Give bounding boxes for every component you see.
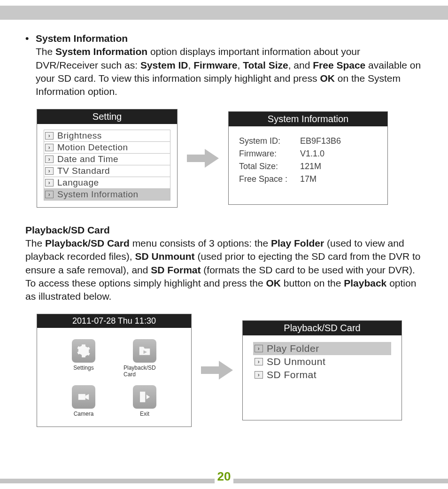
chevron-right-icon: › [255,345,263,352]
chevron-right-icon: › [45,167,54,175]
menu-item-sd-format[interactable]: › SD Format [253,368,391,381]
figure-row-settings-to-sysinfo: Setting › Brightness › Motion Detection … [37,109,411,208]
info-row-total-size: Total Size: 121M [239,160,377,173]
info-label: Free Space : [239,174,300,184]
camera-icon [72,385,95,409]
menu-header: System Information [229,112,387,126]
text: button on the [281,278,344,288]
menu-item-motion-detection[interactable]: › Motion Detection [44,142,170,154]
text-bold: OK [320,73,335,84]
text-bold: Firmware [193,60,237,70]
chevron-right-icon: › [45,155,54,163]
info-row-system-id: System ID: EB9F13B6 [239,135,377,147]
playback-sdcard-menu: Playback/SD Card › Play Folder › SD Unmo… [242,320,402,420]
text-bold: Play Folder [271,238,324,248]
menu-item-label: SD Format [267,369,317,380]
menu-header: Playback/SD Card [243,321,402,335]
info-label: Total Size: [239,162,300,171]
info-value: 121M [300,162,377,171]
chevron-right-icon: › [45,179,54,186]
menu-item-label: SD Unmount [267,356,325,367]
menu-body: › Brightness › Motion Detection › Date a… [37,124,177,207]
menu-item-label: Date and Time [57,154,118,164]
menu-item-language[interactable]: › Language [44,177,170,189]
text-bold: Playback/SD Card [45,238,130,248]
info-value: EB9F13B6 [300,136,377,146]
info-row-firmware: Firmware: V1.1.0 [239,147,377,160]
menu-item-brightness[interactable]: › Brightness [44,130,170,142]
page-content: • System Information The System Informat… [0,20,448,427]
tile-camera[interactable]: Camera [62,385,105,417]
text-bold: System ID [140,60,188,70]
section-title: System Information [36,33,128,44]
section-system-information: • System Information The System Informat… [25,32,423,99]
info-label: Firmware: [239,149,300,159]
info-value: 17M [300,174,377,184]
menu-item-label: Language [57,178,99,188]
arrow-right-icon [200,360,234,380]
text: , and [288,60,313,70]
text-bold: Total Size [243,60,288,70]
panel-body: System ID: EB9F13B6 Firmware: V1.1.0 Tot… [229,126,387,204]
tile-settings[interactable]: Settings [62,339,105,378]
chevron-right-icon: › [45,191,54,198]
page-number: 20 [215,469,234,484]
menu-item-system-information[interactable]: › System Information [44,189,170,201]
menu-item-label: Play Folder [267,343,319,354]
settings-menu: Setting › Brightness › Motion Detection … [37,109,178,208]
info-value: V1.1.0 [300,149,377,159]
manual-page: • System Information The System Informat… [0,0,448,489]
menu-item-date-time[interactable]: › Date and Time [44,154,170,165]
tile-label: Exit [140,411,149,417]
info-label: System ID: [239,136,300,146]
chevron-right-icon: › [45,144,54,151]
menu-item-label: System Information [57,189,139,200]
tile-label: Playback/SD Card [124,365,166,378]
tile-label: Camera [74,411,94,417]
text-bold: Free Space [313,60,365,70]
text: , [238,60,243,70]
text-bold: Playback [344,278,386,288]
header-strip [0,6,448,20]
text-bold: System Information [55,46,147,57]
text: The [36,46,55,57]
menu-header: Setting [37,109,177,124]
menu-body: › Play Folder › SD Unmount › SD Format [243,335,402,420]
exit-icon [133,385,156,409]
figure-row-home-to-playback: 2011-07-28 Thu 11:30 Settings Playback/S… [37,314,411,427]
system-information-panel: System Information System ID: EB9F13B6 F… [228,111,388,205]
chevron-right-icon: › [255,371,263,379]
info-row-free-space: Free Space : 17M [239,173,377,186]
gear-icon [72,339,95,363]
section-title: Playback/SD Card [25,225,110,235]
menu-item-label: TV Standard [57,166,110,176]
text: menu consists of 3 options: the [130,238,271,248]
menu-item-play-folder[interactable]: › Play Folder [253,342,391,355]
chevron-right-icon: › [45,132,54,140]
tile-playback-sdcard[interactable]: Playback/SD Card [124,339,166,378]
text: , [188,60,193,70]
home-menu: 2011-07-28 Thu 11:30 Settings Playback/S… [37,314,192,427]
chevron-right-icon: › [255,358,263,365]
menu-item-sd-unmount[interactable]: › SD Unmount [253,355,391,368]
section-body: System Information The System Informatio… [36,32,423,99]
text: The [25,238,45,248]
datetime-bar: 2011-07-28 Thu 11:30 [37,314,191,328]
home-grid: Settings Playback/SD Card Camera [37,328,191,427]
text-bold: SD Unmount [135,251,194,262]
menu-item-label: Motion Detection [57,142,128,153]
bullet: • [25,32,36,99]
section-playback-sdcard: Playback/SD Card The Playback/SD Card me… [25,224,423,303]
tile-exit[interactable]: Exit [124,385,166,417]
menu-item-tv-standard[interactable]: › TV Standard [44,165,170,177]
folder-play-icon [133,339,156,363]
page-footer: 20 [0,464,448,489]
text-bold: SD Format [151,264,201,275]
menu-item-label: Brightness [57,131,102,141]
tile-label: Settings [73,365,93,371]
arrow-right-icon [186,148,220,169]
text-bold: OK [266,278,281,288]
